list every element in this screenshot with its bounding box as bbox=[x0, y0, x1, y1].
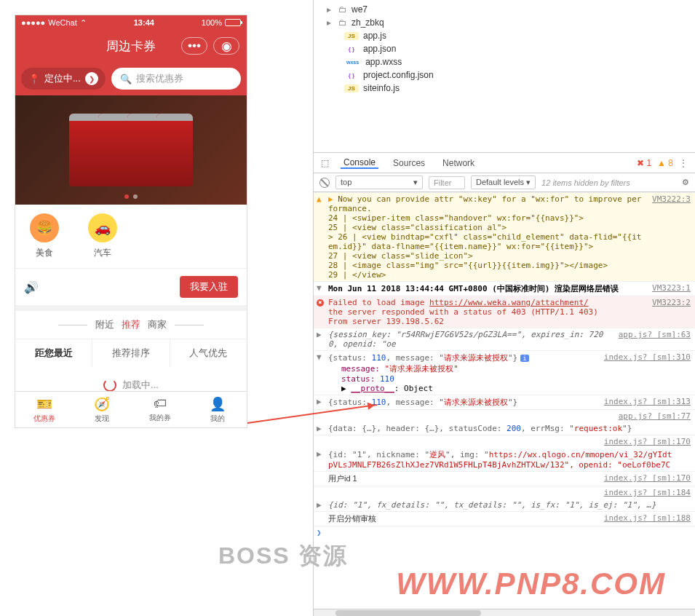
ticket-icon: 🎫 bbox=[36, 396, 52, 412]
tree-file[interactable]: { }project.config.json bbox=[327, 68, 695, 82]
clear-console-button[interactable] bbox=[319, 178, 330, 188]
console-log[interactable]: ▶ {data: {…}, header: {…}, statusCode: 2… bbox=[314, 422, 695, 435]
warning-count[interactable]: ▲ 8 bbox=[657, 158, 673, 168]
error-icon: ✖ bbox=[317, 299, 324, 307]
category-row: 🍔 美食 🚗 汽车 bbox=[15, 205, 247, 268]
carrier-label: WeChat bbox=[48, 18, 77, 27]
banner-swiper[interactable] bbox=[15, 95, 247, 205]
warning-icon: ▲ bbox=[317, 194, 322, 204]
tree-folder[interactable]: ▸🗀we7 bbox=[327, 3, 695, 16]
log-source-link[interactable]: index.js? [sm]:170 bbox=[597, 473, 691, 484]
tab-merchant[interactable]: 商家 bbox=[148, 319, 167, 330]
log-source-link[interactable]: VM3223:1 bbox=[645, 283, 691, 294]
capsule-menu-button[interactable]: ••• bbox=[181, 37, 207, 55]
car-icon: 🚗 bbox=[88, 213, 117, 242]
sort-popularity[interactable]: 人气优先 bbox=[170, 339, 247, 367]
watermark-boss: BOSS 资源 bbox=[218, 540, 348, 572]
tabbar-discover[interactable]: 🧭 发现 bbox=[74, 392, 132, 427]
compass-icon: 🧭 bbox=[94, 396, 110, 412]
devtools-toolbar: ⬚ Console Sources Network ✖ 1 ▲ 8 ⋮ bbox=[314, 153, 695, 173]
search-row: 📍 定位中... ❯ 🔍 搜索优惠券 bbox=[15, 62, 247, 95]
tree-file[interactable]: JSsiteinfo.js bbox=[327, 82, 695, 95]
section-title: 附近 推荐 商家 bbox=[15, 311, 247, 339]
action-row: 🔊 我要入驻 bbox=[15, 268, 247, 305]
loading-text: 加载中... bbox=[122, 379, 159, 392]
wifi-icon: ⌃ bbox=[80, 18, 87, 28]
tab-recommend[interactable]: 推荐 bbox=[122, 319, 140, 330]
category-car[interactable]: 🚗 汽车 bbox=[74, 213, 132, 259]
tree-folder[interactable]: ▸🗀zh_zbkq bbox=[327, 16, 695, 29]
filter-input[interactable]: Filter bbox=[429, 176, 465, 189]
tab-nearby[interactable]: 附近 bbox=[95, 319, 114, 330]
failed-url-link[interactable]: https://www.weka.wang/attachment/ bbox=[429, 298, 589, 307]
log-source-link[interactable]: app.js? [sm]:63 bbox=[611, 330, 691, 349]
tree-file[interactable]: JSapp.js bbox=[327, 29, 695, 42]
tabbar-mycoupon[interactable]: 🏷 我的券 bbox=[131, 392, 189, 427]
search-icon: 🔍 bbox=[120, 74, 132, 84]
tabbar: 🎫 优惠券 🧭 发现 🏷 我的券 👤 我的 bbox=[15, 391, 247, 427]
info-badge-icon[interactable]: i bbox=[520, 355, 528, 362]
signal-dots: ●●●●● bbox=[21, 18, 45, 27]
json-badge-icon: { } bbox=[344, 45, 359, 53]
tabbar-coupon[interactable]: 🎫 优惠券 bbox=[15, 392, 74, 427]
log-source-link[interactable]: index.js? [sm]:170 bbox=[597, 437, 691, 446]
swiper-dots bbox=[124, 194, 138, 199]
console-body[interactable]: ▲ ▶ Now you can provide attr "wx:key" fo… bbox=[314, 192, 695, 609]
more-icon[interactable]: ⋮ bbox=[679, 158, 688, 168]
console-log-expanded[interactable]: ▼ {status: 110, message: "请求来源未被授权"}i me… bbox=[314, 350, 695, 395]
battery-icon bbox=[225, 19, 241, 26]
json-badge-icon: { } bbox=[344, 71, 359, 79]
hidden-items-label: 12 items hidden by filters bbox=[541, 178, 630, 187]
console-tab[interactable]: Console bbox=[341, 157, 378, 169]
capsule-close-button[interactable]: ◉ bbox=[213, 37, 239, 55]
join-button[interactable]: 我要入驻 bbox=[180, 276, 238, 298]
file-tree: ▸🗀we7 ▸🗀zh_zbkq JSapp.js { }app.json wxs… bbox=[314, 0, 695, 153]
console-log[interactable]: 开启分销审核 index.js? [sm]:188 bbox=[314, 511, 695, 526]
console-filter-bar: top▾ Filter Default levels ▾ 12 items hi… bbox=[314, 173, 695, 192]
food-icon: 🍔 bbox=[30, 213, 59, 242]
inspect-icon[interactable]: ⬚ bbox=[321, 158, 329, 168]
log-source-link[interactable]: index.js? [sm]:188 bbox=[597, 513, 691, 524]
sound-icon[interactable]: 🔊 bbox=[24, 280, 39, 294]
sort-recommend[interactable]: 推荐排序 bbox=[92, 339, 170, 367]
error-count[interactable]: ✖ 1 bbox=[637, 158, 651, 168]
gear-icon[interactable]: ⚙ bbox=[682, 178, 689, 187]
console-error[interactable]: ✖ Failed to load image https://www.weka.… bbox=[314, 296, 695, 328]
log-levels-selector[interactable]: Default levels ▾ bbox=[471, 175, 536, 189]
folder-icon: 🗀 bbox=[338, 4, 347, 15]
console-log[interactable]: 用户id 1 index.js? [sm]:170 bbox=[314, 471, 695, 486]
horizontal-scrollbar[interactable] bbox=[314, 609, 695, 616]
location-button[interactable]: 📍 定位中... ❯ bbox=[21, 68, 106, 90]
log-source-link[interactable]: VM3223:2 bbox=[645, 298, 691, 326]
log-source-link[interactable]: index.js? [sm]:310 bbox=[597, 352, 691, 393]
console-log[interactable]: app.js? [sm]:77 bbox=[314, 409, 695, 422]
tabbar-label: 优惠券 bbox=[33, 414, 55, 424]
console-log[interactable]: ▶ {id: "1", fx_details: "", tx_details: … bbox=[314, 499, 695, 511]
log-source-link[interactable]: index.js? [sm]:184 bbox=[597, 488, 691, 497]
category-food[interactable]: 🍔 美食 bbox=[15, 213, 74, 259]
sources-tab[interactable]: Sources bbox=[390, 158, 428, 168]
console-error-block[interactable]: ▼ Mon Jun 11 2018 13:44:44 GMT+0800 (中国标… bbox=[314, 281, 695, 296]
spinner-icon bbox=[103, 379, 116, 392]
tabbar-label: 发现 bbox=[95, 414, 109, 424]
log-source-link[interactable]: VM3222:3 bbox=[645, 194, 691, 280]
console-warning[interactable]: ▲ ▶ Now you can provide attr "wx:key" fo… bbox=[314, 192, 695, 281]
console-log[interactable]: index.js? [sm]:184 bbox=[314, 486, 695, 499]
context-selector[interactable]: top▾ bbox=[335, 175, 423, 189]
tabbar-mine[interactable]: 👤 我的 bbox=[189, 392, 247, 427]
tree-file[interactable]: wxssapp.wxss bbox=[327, 55, 695, 68]
tabbar-label: 我的 bbox=[210, 414, 225, 424]
log-source-link[interactable]: app.js? [sm]:77 bbox=[611, 411, 691, 421]
console-log[interactable]: ▶ {id: "1", nickname: "逆风", img: "https:… bbox=[314, 448, 695, 471]
console-log[interactable]: index.js? [sm]:170 bbox=[314, 435, 695, 448]
console-prompt[interactable]: ❯ bbox=[314, 526, 695, 529]
category-label: 汽车 bbox=[74, 247, 132, 259]
scrollbar-thumb[interactable] bbox=[335, 610, 481, 616]
console-log[interactable]: ▶ {session_key: "r54RRwjE7G6V52s/pGZ3LA=… bbox=[314, 328, 695, 350]
sort-distance[interactable]: 距您最近 bbox=[15, 339, 92, 367]
wxss-badge-icon: wxss bbox=[344, 59, 361, 66]
search-input[interactable]: 🔍 搜索优惠券 bbox=[111, 68, 241, 90]
tree-file[interactable]: { }app.json bbox=[327, 42, 695, 55]
network-tab[interactable]: Network bbox=[440, 158, 477, 168]
log-source-link[interactable]: index.js? [sm]:313 bbox=[597, 397, 691, 408]
